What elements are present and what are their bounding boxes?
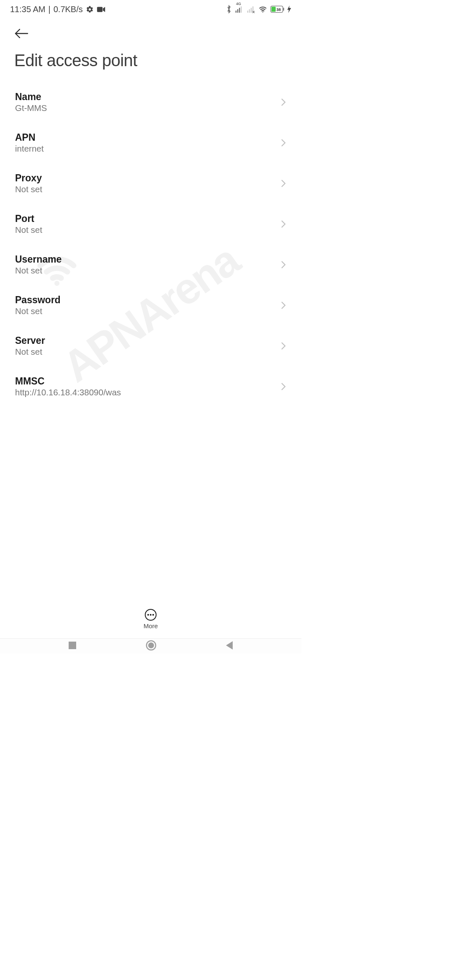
svg-rect-13 [272, 7, 276, 12]
setting-label: Name [15, 91, 47, 103]
svg-rect-6 [247, 10, 249, 13]
svg-point-11 [262, 12, 263, 13]
status-right: 4G ✕ 38 [226, 5, 291, 14]
svg-rect-8 [251, 8, 252, 13]
nav-overview-button[interactable] [68, 641, 77, 651]
setting-value: Not set [15, 225, 42, 235]
setting-password[interactable]: Password Not set [15, 291, 286, 331]
more-button[interactable]: More [144, 609, 158, 629]
setting-server[interactable]: Server Not set [15, 331, 286, 372]
svg-rect-1 [97, 7, 103, 12]
setting-label: APN [15, 132, 44, 143]
chevron-right-icon [280, 382, 286, 392]
chevron-right-icon [280, 300, 286, 310]
signal-disabled-icon: ✕ [246, 5, 255, 13]
setting-value: internet [15, 144, 44, 154]
svg-rect-5 [241, 6, 242, 13]
setting-label: MMSC [15, 376, 121, 387]
svg-rect-16 [69, 642, 76, 649]
chevron-right-icon [280, 97, 286, 107]
setting-mms-proxy[interactable]: MMS proxy 10.16.18.77 [15, 413, 286, 413]
page-title: Edit access point [14, 51, 287, 70]
setting-label: Username [15, 254, 62, 265]
bottom-action-bar: More [0, 609, 301, 638]
setting-mmsc[interactable]: MMSC http://10.16.18.4:38090/was [15, 372, 286, 413]
svg-rect-2 [236, 10, 237, 13]
svg-rect-4 [239, 8, 240, 13]
status-left: 11:35 AM | 0.7KB/s [10, 5, 105, 14]
setting-label: Port [15, 213, 42, 224]
setting-value: http://10.16.18.4:38090/was [15, 387, 121, 397]
setting-proxy[interactable]: Proxy Not set [15, 169, 286, 209]
header: Edit access point [0, 18, 301, 70]
setting-value: Not set [15, 306, 61, 316]
nav-home-button[interactable] [146, 640, 157, 652]
setting-value: Not set [15, 266, 62, 276]
setting-value: Not set [15, 184, 42, 194]
setting-name[interactable]: Name Gt-MMS [15, 88, 286, 128]
more-label: More [144, 622, 158, 629]
nav-back-button[interactable] [226, 641, 233, 652]
setting-port[interactable]: Port Not set [15, 209, 286, 250]
battery-icon: 38 [270, 5, 285, 13]
chevron-right-icon [280, 219, 286, 229]
status-speed: 0.7KB/s [54, 5, 83, 14]
system-nav-bar [0, 638, 301, 653]
chevron-right-icon [280, 178, 286, 188]
chevron-right-icon [280, 260, 286, 270]
bluetooth-icon [226, 5, 232, 14]
status-time: 11:35 AM [10, 5, 46, 14]
charging-icon [287, 5, 291, 13]
setting-username[interactable]: Username Not set [15, 250, 286, 291]
svg-point-18 [148, 642, 154, 648]
setting-label: Server [15, 335, 45, 346]
setting-apn[interactable]: APN internet [15, 128, 286, 169]
gear-icon [86, 5, 94, 13]
svg-rect-7 [249, 9, 250, 13]
wifi-icon [258, 5, 268, 13]
chevron-right-icon [280, 138, 286, 148]
svg-text:✕: ✕ [252, 10, 255, 13]
svg-text:38: 38 [276, 8, 280, 12]
settings-list: Name Gt-MMS APN internet Proxy Not set P… [0, 70, 301, 413]
setting-label: Password [15, 294, 61, 306]
more-icon [145, 609, 157, 621]
camera-icon [97, 6, 105, 13]
back-button[interactable] [14, 26, 29, 41]
setting-value: Gt-MMS [15, 103, 47, 113]
setting-value: Not set [15, 347, 45, 357]
status-separator: | [49, 5, 51, 14]
svg-rect-14 [283, 8, 284, 11]
signal-4g-icon: 4G [234, 5, 244, 13]
svg-rect-3 [237, 9, 239, 13]
chevron-right-icon [280, 341, 286, 351]
setting-label: Proxy [15, 173, 42, 184]
status-bar: 11:35 AM | 0.7KB/s 4G ✕ 38 [0, 0, 301, 18]
